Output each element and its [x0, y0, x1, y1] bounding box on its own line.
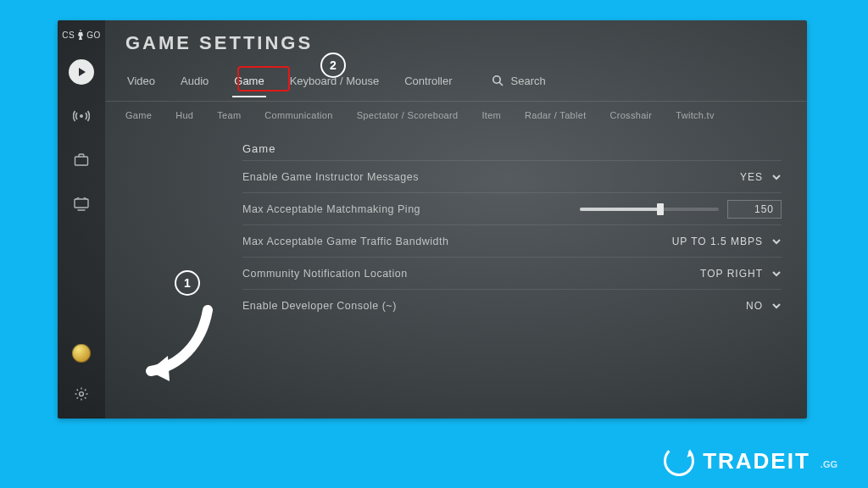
sidebar-watch-icon[interactable]: [69, 191, 94, 217]
chevron-down-icon: [771, 269, 782, 279]
dropdown-value: NO: [746, 300, 763, 312]
row-notification-location: Community Notification Location TOP RIGH…: [242, 257, 782, 289]
row-label: Community Notification Location: [242, 268, 408, 280]
svg-point-3: [80, 392, 84, 396]
row-instructor-messages: Enable Game Instructor Messages YES: [242, 160, 782, 192]
row-traffic-bandwidth: Max Acceptable Game Traffic Bandwidth UP…: [242, 225, 782, 257]
row-value-dropdown[interactable]: UP TO 1.5 MBPS: [672, 236, 782, 247]
settings-window: CS GO GAME SETTINGS Video Audio Game Key: [58, 20, 807, 419]
svg-point-4: [492, 76, 499, 83]
tab-audio[interactable]: Audio: [179, 69, 210, 92]
tab-video[interactable]: Video: [125, 69, 157, 92]
row-value-slider: 150: [580, 200, 782, 219]
watermark-text: TRADEIT: [703, 448, 810, 474]
sidebar: CS GO: [58, 20, 105, 419]
row-value-dropdown[interactable]: NO: [746, 300, 782, 312]
subtab-game[interactable]: Game: [125, 110, 152, 120]
dropdown-value: UP TO 1.5 MBPS: [672, 236, 763, 247]
row-label: Max Acceptable Game Traffic Bandwidth: [242, 236, 448, 247]
watermark: TRADEIT .GG: [664, 446, 837, 476]
search-label: Search: [511, 75, 546, 87]
section-title: Game: [242, 142, 782, 155]
secondary-tabs: Game Hud Team Communication Spectator / …: [125, 102, 787, 127]
row-label: Enable Game Instructor Messages: [242, 171, 419, 183]
row-value-dropdown[interactable]: YES: [740, 171, 782, 183]
row-developer-console: Enable Developer Console (~) NO: [242, 289, 782, 321]
subtab-communication[interactable]: Communication: [264, 110, 332, 120]
tab-keyboard-mouse[interactable]: Keyboard / Mouse: [288, 69, 381, 92]
ping-input[interactable]: 150: [727, 200, 782, 219]
subtab-item[interactable]: Item: [481, 110, 501, 120]
section-game: Game Enable Game Instructor Messages YES…: [242, 127, 782, 321]
primary-tabs: Video Audio Game Keyboard / Mouse Contro…: [125, 69, 787, 92]
row-label: Enable Developer Console (~): [242, 300, 397, 312]
search-icon: [492, 75, 504, 87]
subtab-team[interactable]: Team: [217, 110, 241, 120]
main-panel: GAME SETTINGS Video Audio Game Keyboard …: [105, 20, 807, 419]
logo-prefix: CS: [62, 30, 75, 40]
watermark-suffix: .GG: [821, 459, 837, 469]
watermark-icon: [664, 446, 694, 476]
subtab-twitch[interactable]: Twitch.tv: [676, 110, 715, 120]
subtab-spectator[interactable]: Spectator / Scoreboard: [357, 110, 459, 120]
subtab-crosshair[interactable]: Crosshair: [610, 110, 653, 120]
sidebar-broadcast-icon[interactable]: [69, 103, 94, 129]
row-value-dropdown[interactable]: TOP RIGHT: [700, 268, 782, 280]
logo-suffix: GO: [86, 30, 101, 40]
chevron-down-icon: [771, 172, 782, 182]
chevron-down-icon: [771, 236, 782, 247]
svg-point-0: [80, 114, 83, 118]
svg-rect-2: [75, 199, 88, 208]
settings-search[interactable]: Search: [492, 75, 546, 87]
chevron-down-icon: [771, 301, 782, 311]
sidebar-coin-icon[interactable]: [72, 344, 91, 363]
page-title: GAME SETTINGS: [125, 32, 787, 54]
row-label: Max Acceptable Matchmaking Ping: [242, 203, 420, 215]
ping-slider[interactable]: [580, 208, 719, 211]
row-matchmaking-ping: Max Acceptable Matchmaking Ping 150: [242, 192, 782, 225]
svg-rect-1: [75, 157, 88, 165]
tab-controller[interactable]: Controller: [403, 69, 453, 92]
game-logo: CS GO: [62, 29, 100, 41]
subtab-hud[interactable]: Hud: [175, 110, 193, 120]
dropdown-value: YES: [740, 171, 763, 183]
sidebar-play-button[interactable]: [69, 59, 94, 85]
subtab-radar[interactable]: Radar / Tablet: [525, 110, 586, 120]
sidebar-settings-icon[interactable]: [69, 381, 94, 407]
logo-figure-icon: [76, 29, 85, 41]
tab-game[interactable]: Game: [232, 69, 265, 92]
sidebar-inventory-icon[interactable]: [69, 147, 94, 173]
dropdown-value: TOP RIGHT: [700, 268, 763, 280]
